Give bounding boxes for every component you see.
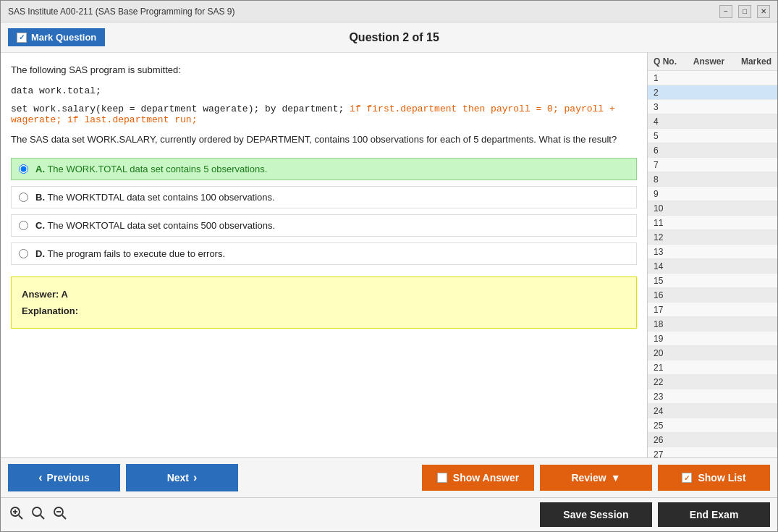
side-list-row[interactable]: 23 bbox=[648, 389, 777, 404]
side-list-row[interactable]: 21 bbox=[648, 360, 777, 375]
side-list-row[interactable]: 14 bbox=[648, 259, 777, 274]
side-list-num: 12 bbox=[648, 232, 688, 242]
side-list-num: 20 bbox=[648, 348, 688, 358]
side-list-num: 7 bbox=[648, 160, 688, 170]
side-list-row[interactable]: 3 bbox=[648, 100, 777, 114]
side-list-num: 24 bbox=[648, 406, 688, 416]
main-window: SAS Institute A00-211 (SAS Base Programm… bbox=[0, 0, 778, 532]
option-b-label: B. The WORKTDTAL data set contains 100 o… bbox=[35, 192, 275, 203]
show-list-button[interactable]: Show List bbox=[658, 465, 770, 491]
side-list-row[interactable]: 11 bbox=[648, 216, 777, 230]
answer-box: Answer: A Explanation: bbox=[11, 276, 637, 329]
next-arrow-icon: › bbox=[193, 471, 197, 484]
end-exam-button[interactable]: End Exam bbox=[658, 502, 770, 527]
side-list-row[interactable]: 19 bbox=[648, 332, 777, 346]
review-label: Review bbox=[571, 472, 606, 484]
side-list-row[interactable]: 15 bbox=[648, 274, 777, 288]
window-controls: − □ ✕ bbox=[719, 5, 770, 18]
side-list-num: 6 bbox=[648, 145, 688, 156]
side-list-row[interactable]: 7 bbox=[648, 158, 777, 172]
question-description: The SAS data set WORK.SALARY, currently … bbox=[11, 132, 637, 148]
option-d-radio[interactable] bbox=[19, 249, 28, 258]
side-list-row[interactable]: 8 bbox=[648, 172, 777, 187]
side-list-row[interactable]: 20 bbox=[648, 346, 777, 360]
mark-question-button[interactable]: Mark Question bbox=[8, 28, 105, 46]
option-c-radio[interactable] bbox=[19, 221, 28, 230]
col-qno: Q No. bbox=[654, 56, 677, 67]
side-list-row[interactable]: 24 bbox=[648, 404, 777, 418]
show-list-label: Show List bbox=[698, 472, 745, 484]
minimize-button[interactable]: − bbox=[719, 5, 732, 18]
side-list-num: 27 bbox=[648, 449, 688, 458]
svg-point-4 bbox=[33, 507, 41, 516]
question-title: Question 2 of 15 bbox=[349, 31, 439, 44]
option-b[interactable]: B. The WORKTDTAL data set contains 100 o… bbox=[11, 186, 637, 208]
review-arrow-icon: ▼ bbox=[611, 472, 621, 484]
side-list-row[interactable]: 26 bbox=[648, 433, 777, 447]
option-c[interactable]: C. The WORKTOTAL data set contains 500 o… bbox=[11, 214, 637, 237]
mark-question-label: Mark Question bbox=[31, 32, 96, 43]
answer-label: Answer: A bbox=[22, 286, 626, 303]
option-a-radio[interactable] bbox=[19, 164, 28, 174]
side-list-row[interactable]: 27 bbox=[648, 447, 777, 457]
side-list-num: 15 bbox=[648, 276, 688, 286]
review-button[interactable]: Review ▼ bbox=[540, 465, 652, 491]
side-list-row[interactable]: 6 bbox=[648, 143, 777, 158]
previous-label: Previous bbox=[47, 472, 90, 484]
option-d[interactable]: D. The program fails to execute due to e… bbox=[11, 242, 637, 265]
side-list-row[interactable]: 5 bbox=[648, 129, 777, 143]
side-panel-header: Q No. Answer Marked bbox=[648, 53, 777, 71]
side-list-num: 22 bbox=[648, 377, 688, 387]
option-a[interactable]: A. The WORK.TOTAL data set contains 5 ob… bbox=[11, 158, 637, 180]
side-list-num: 11 bbox=[648, 218, 688, 228]
side-list-row[interactable]: 18 bbox=[648, 317, 777, 332]
side-list-row[interactable]: 10 bbox=[648, 201, 777, 216]
side-list-row[interactable]: 25 bbox=[648, 418, 777, 433]
close-button[interactable]: ✕ bbox=[757, 5, 770, 18]
option-b-radio[interactable] bbox=[19, 193, 28, 202]
restore-button[interactable]: □ bbox=[738, 5, 751, 18]
toolbar: Mark Question Question 2 of 15 bbox=[1, 22, 777, 53]
option-c-label: C. The WORKTOTAL data set contains 500 o… bbox=[35, 220, 275, 231]
previous-button[interactable]: ‹ Previous bbox=[8, 464, 120, 491]
next-button[interactable]: Next › bbox=[126, 464, 238, 491]
side-list-row[interactable]: 22 bbox=[648, 375, 777, 389]
side-list-num: 16 bbox=[648, 290, 688, 300]
content-area: The following SAS program is submitted: … bbox=[1, 53, 777, 457]
side-list-num: 8 bbox=[648, 174, 688, 185]
side-list-num: 4 bbox=[648, 117, 688, 127]
code-line-2: set work.salary(keep = department wagera… bbox=[11, 104, 637, 125]
svg-line-1 bbox=[19, 515, 22, 519]
side-list-row[interactable]: 9 bbox=[648, 187, 777, 201]
window-title: SAS Institute A00-211 (SAS Base Programm… bbox=[8, 7, 234, 17]
side-list-num: 10 bbox=[648, 203, 688, 214]
side-list-num: 3 bbox=[648, 102, 688, 112]
side-list-num: 26 bbox=[648, 435, 688, 445]
side-list-num: 1 bbox=[648, 73, 688, 83]
option-a-label: A. The WORK.TOTAL data set contains 5 ob… bbox=[35, 164, 267, 174]
side-list-row[interactable]: 12 bbox=[648, 230, 777, 245]
zoom-normal-button[interactable] bbox=[30, 504, 47, 525]
side-list-row[interactable]: 2 bbox=[648, 85, 777, 100]
side-panel-list[interactable]: 1234567891011121314151617181920212223242… bbox=[648, 71, 777, 457]
side-list-num: 13 bbox=[648, 247, 688, 257]
explanation-label: Explanation: bbox=[22, 303, 626, 319]
side-list-row[interactable]: 13 bbox=[648, 245, 777, 259]
show-answer-button[interactable]: Show Answer bbox=[422, 465, 534, 491]
main-panel: The following SAS program is submitted: … bbox=[1, 53, 647, 457]
side-list-row[interactable]: 1 bbox=[648, 71, 777, 85]
side-list-row[interactable]: 16 bbox=[648, 288, 777, 303]
side-list-num: 23 bbox=[648, 392, 688, 402]
side-list-num: 2 bbox=[648, 88, 688, 98]
option-d-label: D. The program fails to execute due to e… bbox=[35, 248, 225, 259]
zoom-out-button[interactable] bbox=[51, 504, 69, 525]
code-plain-1: set work.salary(keep = department wagera… bbox=[11, 104, 350, 114]
show-answer-label: Show Answer bbox=[453, 472, 519, 484]
side-list-num: 9 bbox=[648, 189, 688, 199]
side-list-row[interactable]: 17 bbox=[648, 303, 777, 317]
save-session-button[interactable]: Save Session bbox=[540, 502, 652, 527]
bottom-nav: ‹ Previous Next › Show Answer Review ▼ S… bbox=[1, 457, 777, 497]
side-list-row[interactable]: 4 bbox=[648, 114, 777, 129]
options-list: A. The WORK.TOTAL data set contains 5 ob… bbox=[11, 158, 637, 265]
zoom-in-button[interactable] bbox=[8, 504, 25, 525]
